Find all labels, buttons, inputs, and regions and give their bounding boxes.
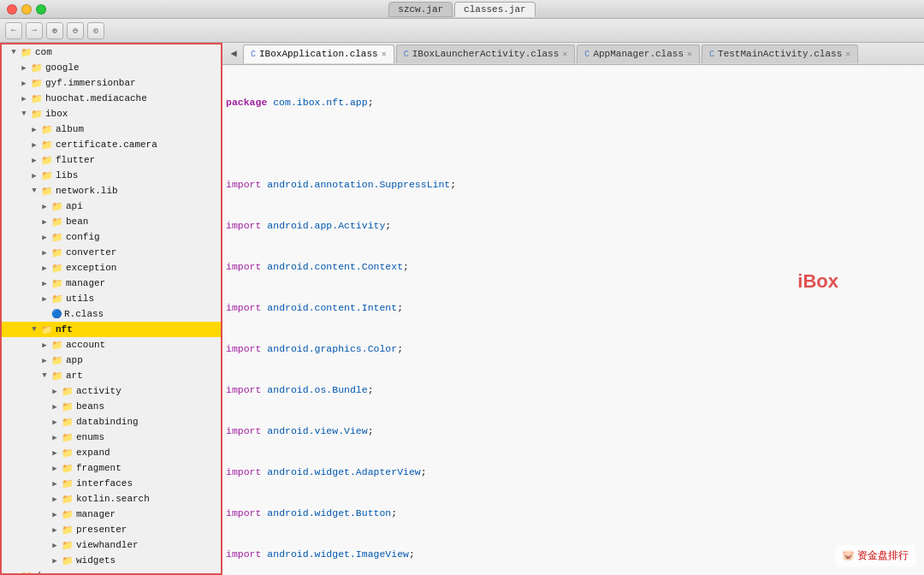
tab-testmainactivity[interactable]: C TestMainActivity.class ✕ (702, 44, 858, 63)
folder-icon: 📁 (62, 555, 74, 566)
tree-item-album[interactable]: ▶ 📁 album (2, 122, 221, 137)
tree-item-expand[interactable]: ▶ 📁 expand (2, 445, 221, 460)
folder-icon: 📁 (51, 263, 63, 274)
folder-icon: 📁 (51, 340, 63, 351)
minimize-button[interactable] (21, 4, 32, 15)
tree-item-exception[interactable]: ▶ 📁 exception (2, 260, 221, 276)
expand-button[interactable]: ⊕ (46, 22, 63, 39)
folder-icon: 📁 (41, 170, 53, 181)
title-tabs: szcw.jar classes.jar (388, 2, 535, 17)
class-icon: C (404, 50, 409, 59)
folder-icon: 📁 (51, 201, 63, 212)
tree-item-flutter[interactable]: ▶ 📁 flutter (2, 152, 221, 168)
tab-close-button[interactable]: ✕ (382, 49, 387, 59)
folder-icon: 📁 (62, 509, 74, 520)
tree-item-beans[interactable]: ▶ 📁 beans (2, 399, 221, 414)
tree-label: ibox (45, 109, 68, 119)
arrow-icon: ▼ (19, 109, 29, 119)
tree-item-presenter[interactable]: ▶ 📁 presenter (2, 522, 221, 537)
close-button[interactable] (7, 4, 17, 15)
nav-back-button[interactable]: ◀ (226, 46, 241, 62)
arrow-icon: ▼ (29, 186, 39, 196)
sync-button[interactable]: ⊙ (87, 22, 104, 39)
title-tab-szcw[interactable]: szcw.jar (388, 2, 453, 17)
title-tab-classes[interactable]: classes.jar (454, 2, 536, 17)
arrow-icon: ▶ (50, 478, 60, 489)
tree-item-manager2[interactable]: ▶ 📁 manager (2, 507, 221, 522)
arrow-icon: ▶ (50, 386, 60, 396)
tree-item-app[interactable]: ▶ 📁 app (2, 353, 221, 368)
tree-item-google[interactable]: ▶ 📁 google (2, 60, 221, 75)
tree-item-utils[interactable]: ▶ 📁 utils (2, 291, 221, 306)
tree-item-bean[interactable]: ▶ 📁 bean (2, 214, 221, 229)
tab-close-button[interactable]: ✕ (562, 49, 567, 59)
arrow-icon: ▼ (39, 370, 50, 381)
folder-icon: 📁 (31, 78, 43, 89)
tree-item-api[interactable]: ▶ 📁 api (2, 199, 221, 214)
tree-label: account (66, 340, 105, 350)
tab-close-button[interactable]: ✕ (687, 49, 692, 59)
tree-item-fragment[interactable]: ▶ 📁 fragment (2, 460, 221, 476)
tree-label: expand (76, 448, 110, 458)
tree-label: art (66, 370, 83, 381)
toolbar: ← → ⊕ ⊖ ⊙ (0, 19, 924, 43)
window-controls (7, 4, 46, 15)
folder-icon: 📁 (62, 386, 74, 397)
collapse-button[interactable]: ⊖ (67, 22, 84, 39)
tree-item-manager[interactable]: ▶ 📁 manager (2, 276, 221, 291)
tree-item-com[interactable]: ▼ 📁 com (2, 44, 221, 60)
tree-item-libs[interactable]: ▶ 📁 libs (2, 168, 221, 183)
class-icon: C (584, 50, 589, 59)
tab-label: IBoxApplication.class (259, 49, 378, 59)
tree-item-art[interactable]: ▼ 📁 art (2, 368, 221, 383)
tree-label: certificate.camera (56, 139, 157, 150)
tree-item-interfaces[interactable]: ▶ 📁 interfaces (2, 476, 221, 491)
tree-label: com (35, 47, 52, 57)
tab-iboxapplication[interactable]: C IBoxApplication.class ✕ (243, 44, 394, 63)
maximize-button[interactable] (36, 4, 46, 15)
file-tree[interactable]: ▼ 📁 com ▶ 📁 google ▶ 📁 gyf.immersionbar … (0, 43, 222, 575)
tree-item-activity[interactable]: ▶ 📁 activity (2, 383, 221, 399)
back-button[interactable]: ← (5, 22, 22, 39)
tree-item-viewhandler[interactable]: ▶ 📁 viewhandler (2, 537, 221, 553)
arrow-icon: ▶ (50, 540, 60, 550)
tree-item-networklib[interactable]: ▼ 📁 network.lib (2, 183, 221, 199)
watermark: 🐷 资金盘排行 (835, 545, 915, 566)
tree-item-certificate[interactable]: ▶ 📁 certificate.camera (2, 137, 221, 152)
tree-item-ibox[interactable]: ▼ 📁 ibox (2, 106, 221, 122)
forward-button[interactable]: → (26, 22, 43, 39)
tree-item-rclass[interactable]: ▶ 🔵 R.class (2, 306, 221, 322)
tree-item-databinding[interactable]: ▶ 📁 databinding (2, 414, 221, 430)
arrow-icon: ▶ (39, 340, 50, 350)
tree-item-config[interactable]: ▶ 📁 config (2, 229, 221, 245)
tree-item-account[interactable]: ▶ 📁 account (2, 337, 221, 353)
folder-icon: 📁 (51, 370, 63, 382)
arrow-icon: ▶ (19, 62, 29, 73)
tree-label: interfaces (76, 478, 133, 489)
folder-icon: 📁 (51, 232, 63, 243)
tree-label: config (66, 232, 100, 242)
code-line: import android.view.View; (226, 424, 924, 438)
tree-item-widgets[interactable]: ▶ 📁 widgets (2, 553, 221, 568)
tree-item-gyf[interactable]: ▶ 📁 gyf.immersionbar (2, 75, 221, 91)
tree-item-nft[interactable]: ▼ 📁 nft (2, 322, 221, 337)
code-editor[interactable]: package com.ibox.nft.app; import android… (222, 65, 924, 575)
tab-close-button[interactable]: ✕ (845, 49, 850, 59)
tree-item-huochat[interactable]: ▶ 📁 huochat.mediacache (2, 91, 221, 106)
folder-icon: 📁 (21, 571, 33, 576)
tree-label: manager (76, 509, 116, 519)
tree-item-kotlin-search[interactable]: ▶ 📁 kotlin.search (2, 491, 221, 507)
folder-icon: 📁 (41, 139, 53, 151)
code-line: import android.widget.ImageView; (226, 548, 924, 561)
tree-label: google (45, 62, 80, 73)
tree-item-d[interactable]: ▶ 📁 d (2, 568, 221, 575)
code-line: import android.annotation.SuppressLint; (226, 178, 924, 192)
tree-label: fragment (76, 463, 121, 473)
tab-appmanager[interactable]: C AppManager.class ✕ (577, 44, 700, 63)
tree-label: bean (66, 216, 88, 227)
code-content: package com.ibox.nft.app; import android… (222, 65, 924, 575)
folder-icon: 📁 (51, 355, 63, 366)
tab-iboxlauncher[interactable]: C IBoxLauncherActivity.class ✕ (396, 44, 576, 63)
tree-item-converter[interactable]: ▶ 📁 converter (2, 245, 221, 260)
tree-item-enums[interactable]: ▶ 📁 enums (2, 430, 221, 445)
